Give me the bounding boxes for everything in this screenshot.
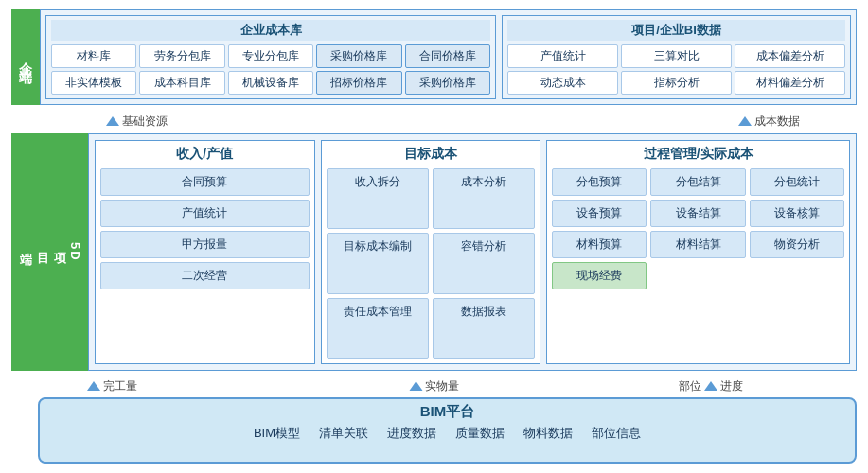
basic-resource-arrow: 基础资源 (106, 114, 168, 130)
arrow-up-icon (409, 381, 422, 391)
bi-cell: 材料偏差分析 (735, 71, 845, 95)
cost-library-section: 企业成本库 材料库 劳务分包库 专业分包库 采购价格库 合同价格库 非实体模板 … (45, 15, 496, 99)
income-item: 二次经营 (100, 262, 310, 289)
arrow-up-icon (106, 116, 119, 126)
target-cost-grid: 收入拆分 成本分析 目标成本编制 容错分析 责任成本管理 数据报表 (327, 168, 536, 359)
cost-lib-cell: 专业分包库 (228, 44, 313, 68)
bi-data-title: 项目/企业BI数据 (507, 20, 845, 41)
process-row1: 分包预算 分包结算 分包统计 (552, 168, 844, 196)
target-cost-title: 目标成本 (327, 146, 536, 163)
bim-item: 进度数据 (387, 425, 436, 442)
bim-platform: BIM平台 BIM模型 清单关联 进度数据 质量数据 物料数据 部位信息 (38, 397, 857, 464)
cost-lib-cell: 非实体模板 (51, 71, 136, 95)
target-cost-panel: 目标成本 收入拆分 成本分析 目标成本编制 容错分析 责任成本管理 数据报表 (321, 140, 541, 364)
department-arrow: 部位 进度 (679, 378, 743, 394)
income-item: 合同预算 (100, 168, 310, 196)
cost-lib-cell: 合同价格库 (405, 44, 490, 68)
income-panel: 收入/产值 合同预算 产值统计 甲方报量 二次经营 (95, 140, 315, 364)
bi-cell: 成本偏差分析 (735, 44, 845, 68)
bim-item: BIM模型 (254, 425, 300, 442)
bi-cell: 动态成本 (507, 71, 618, 95)
bim-item: 部位信息 (592, 425, 641, 442)
bim-section: BIM平台 BIM模型 清单关联 进度数据 质量数据 物料数据 部位信息 (11, 397, 857, 464)
process-item: 设备核算 (750, 200, 844, 227)
cost-lib-cell: 成本科目库 (139, 71, 224, 95)
process-title: 过程管理/实际成本 (552, 146, 844, 163)
arrow-up-icon (738, 116, 752, 126)
cost-lib-cell: 机械设备库 (228, 71, 313, 95)
income-item: 产值统计 (100, 200, 310, 227)
process-item: 分包统计 (750, 168, 844, 196)
target-cost-item: 数据报表 (433, 298, 535, 359)
bi-data-section: 项目/企业BI数据 产值统计 三算对比 成本偏差分析 动态成本 指标分析 材料偏… (502, 15, 851, 99)
target-cost-item: 容错分析 (433, 233, 535, 293)
process-item: 设备预算 (552, 200, 647, 227)
bim-item: 物料数据 (523, 425, 573, 442)
cost-lib-cell: 招标价格库 (316, 71, 401, 95)
bim-title: BIM平台 (420, 403, 475, 421)
process-item: 材料预算 (552, 231, 647, 258)
arrow-row-top: 基础资源 成本数据 (11, 111, 857, 131)
target-cost-item: 责任成本管理 (327, 298, 429, 359)
income-title: 收入/产值 (100, 146, 310, 163)
cost-lib-cell: 采购价格库 (316, 44, 401, 68)
bi-cell: 指标分析 (621, 71, 732, 95)
arrow-up-icon (87, 381, 100, 391)
process-item: 材料结算 (650, 231, 745, 258)
process-item: 分包结算 (650, 168, 745, 196)
cost-lib-cell: 采购价格库 (405, 71, 490, 95)
process-item: 物资分析 (750, 231, 844, 258)
target-cost-item: 目标成本编制 (327, 233, 429, 293)
bim-item: 清单关联 (319, 425, 368, 442)
process-panel: 过程管理/实际成本 分包预算 分包结算 分包统计 设备预算 设备结算 设备核算 … (546, 140, 850, 364)
completion-arrow: 完工量 (87, 378, 137, 394)
process-row2: 设备预算 设备结算 设备核算 (552, 200, 844, 227)
enterprise-section: 企业端 企业成本库 材料库 劳务分包库 专业分包库 采购价格库 合同价格库 非实… (11, 9, 857, 105)
project-content: 收入/产值 合同预算 产值统计 甲方报量 二次经营 目标成本 收入拆分 成本分析… (88, 133, 857, 371)
project-label: 5D 项 目 端 (11, 133, 88, 371)
target-cost-item: 收入拆分 (327, 168, 429, 229)
arrow-up-icon (704, 381, 717, 391)
cost-data-arrow: 成本数据 (738, 114, 800, 130)
bim-item: 质量数据 (455, 425, 505, 442)
project-section: 5D 项 目 端 收入/产值 合同预算 产值统计 甲方报量 二次经营 目标成本 … (11, 133, 857, 371)
bi-cell: 三算对比 (621, 44, 732, 68)
physical-arrow: 实物量 (409, 378, 459, 394)
enterprise-label: 企业端 (11, 9, 40, 105)
process-item: 分包预算 (552, 168, 647, 196)
cost-lib-cell: 劳务分包库 (139, 44, 224, 68)
target-cost-item: 成本分析 (433, 168, 535, 229)
bim-spacer (11, 397, 38, 464)
cost-library-title: 企业成本库 (51, 20, 490, 41)
income-item: 甲方报量 (100, 231, 310, 258)
bi-cell: 产值统计 (507, 44, 618, 68)
bottom-arrow-row: 完工量 实物量 部位 进度 (11, 375, 857, 397)
process-special-item: 现场经费 (552, 262, 647, 289)
process-row3: 材料预算 材料结算 物资分析 (552, 231, 844, 258)
cost-lib-cell: 材料库 (51, 44, 136, 68)
income-items: 合同预算 产值统计 甲方报量 二次经营 (100, 168, 310, 359)
bim-items: BIM模型 清单关联 进度数据 质量数据 物料数据 部位信息 (254, 425, 641, 442)
process-item: 设备结算 (650, 200, 745, 227)
